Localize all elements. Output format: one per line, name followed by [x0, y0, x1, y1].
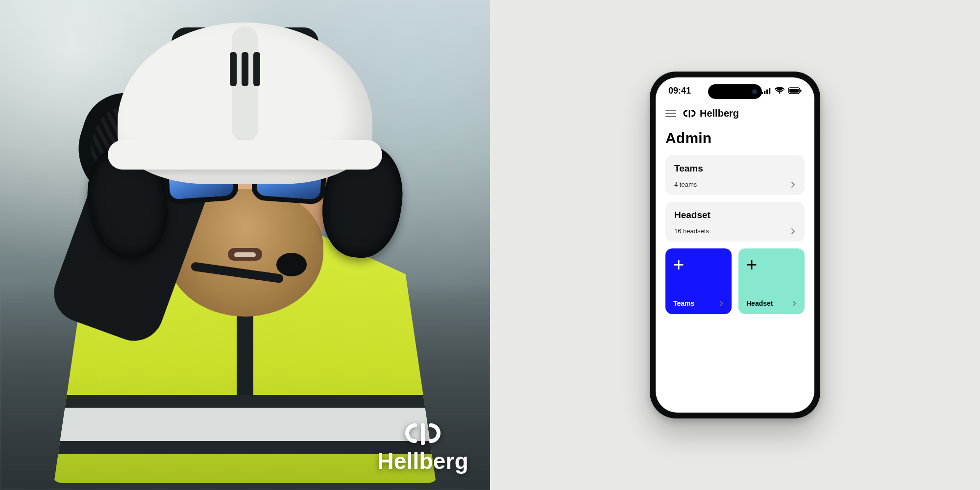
page-title: Admin: [665, 130, 805, 147]
chevron-right-icon: [791, 181, 796, 188]
plus-icon: +: [746, 255, 797, 274]
hellberg-logo-icon: [404, 422, 441, 446]
svg-rect-2: [764, 91, 765, 94]
phone-frame: 09:41: [650, 72, 820, 418]
mic-boom: [191, 253, 304, 282]
card-headset-title: Headset: [674, 210, 796, 220]
menu-button[interactable]: [665, 110, 676, 118]
card-teams-title: Teams: [674, 163, 796, 174]
app-brand: Hellberg: [683, 108, 739, 119]
svg-rect-3: [766, 89, 768, 94]
battery-icon: [788, 87, 802, 94]
card-headset[interactable]: Headset 16 headsets: [665, 202, 805, 242]
svg-rect-0: [421, 423, 425, 445]
mic-tip: [276, 253, 307, 276]
cellular-signal-icon: [761, 88, 771, 94]
svg-rect-7: [800, 90, 801, 92]
dynamic-island: [708, 84, 762, 99]
chevron-right-icon: [791, 228, 796, 235]
chevron-right-icon: [792, 300, 797, 307]
svg-rect-8: [689, 110, 690, 117]
card-teams-row: 4 teams: [674, 181, 796, 188]
helmet-vents: [230, 52, 260, 86]
app-root: Hellberg Admin Teams 4 teams Headset: [656, 104, 814, 413]
brand-name: Hellberg: [377, 448, 468, 474]
action-tiles: + Teams + Headset: [665, 248, 805, 314]
worker-figure: [44, 42, 446, 483]
svg-rect-4: [769, 88, 770, 94]
tile-teams-label: Teams: [673, 299, 694, 307]
card-headset-subtitle: 16 headsets: [674, 227, 709, 235]
wifi-icon: [775, 87, 784, 94]
marketing-photo: Hellberg: [0, 0, 490, 490]
add-headset-tile[interactable]: + Headset: [738, 248, 805, 314]
brand-overlay: Hellberg: [377, 422, 468, 474]
app-brand-text: Hellberg: [700, 108, 739, 119]
app-header: Hellberg: [665, 104, 805, 126]
helmet-brim: [108, 140, 382, 170]
phone-screen: 09:41: [656, 77, 814, 413]
mic-arm: [191, 262, 284, 283]
card-teams[interactable]: Teams 4 teams: [665, 155, 805, 195]
status-time: 09:41: [668, 86, 691, 96]
card-headset-row: 16 headsets: [674, 227, 796, 235]
tile-headset-label: Headset: [746, 299, 773, 307]
status-right: [761, 87, 802, 94]
phone-backdrop: 09:41: [490, 0, 980, 490]
add-teams-tile[interactable]: + Teams: [665, 248, 732, 314]
plus-icon: +: [673, 255, 724, 274]
hellberg-logo-icon: [683, 109, 696, 118]
chevron-right-icon: [719, 300, 724, 307]
card-teams-subtitle: 4 teams: [674, 181, 697, 188]
svg-rect-6: [789, 89, 799, 93]
